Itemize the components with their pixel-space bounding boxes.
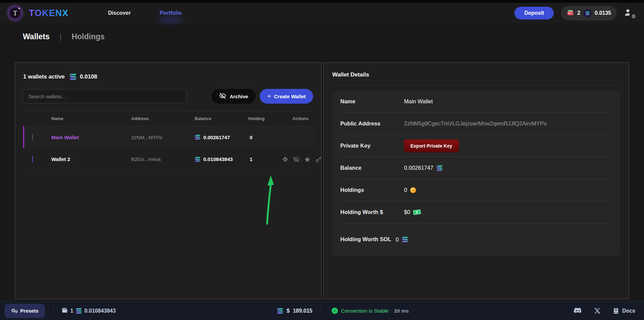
active-wallets-text: 1 wallets active bbox=[23, 73, 65, 80]
row-actions bbox=[282, 156, 327, 163]
discord-icon[interactable] bbox=[574, 308, 582, 314]
holdings-label: Holdings bbox=[340, 186, 404, 195]
docs-label: Docs bbox=[622, 308, 635, 314]
table-row-wallet-2[interactable]: Wallet 2 B2Go...m4va 0.010843843 1 bbox=[23, 148, 313, 170]
col-address: Address bbox=[131, 116, 195, 121]
sol-icon bbox=[195, 135, 200, 140]
app-logo[interactable]: T bbox=[9, 7, 21, 19]
send-gem-icon[interactable] bbox=[282, 156, 289, 163]
balance-label: Balance bbox=[340, 164, 404, 172]
col-actions: Actions bbox=[282, 116, 313, 121]
sol-price: $ 189.015 bbox=[277, 308, 312, 314]
sol-icon bbox=[436, 165, 443, 171]
dollar-bill-icon bbox=[413, 209, 421, 215]
sol-icon bbox=[402, 237, 408, 242]
logo-letter: T bbox=[13, 9, 17, 17]
top-nav: T TOKENX Discover Portfolio Deposit 2 0.… bbox=[0, 3, 644, 23]
holdings-value: 0 bbox=[404, 187, 407, 193]
connection-status: ✓ Connection is Stable 20 ms bbox=[332, 308, 409, 314]
x-twitter-icon[interactable] bbox=[594, 308, 601, 314]
sol-icon bbox=[277, 308, 283, 314]
divider bbox=[321, 307, 321, 315]
balance-value: 0.00261747 bbox=[404, 165, 433, 171]
top-strip bbox=[0, 0, 644, 3]
archive-button[interactable]: Archive bbox=[211, 89, 256, 104]
account-settings-icon[interactable]: ⚙ bbox=[624, 8, 635, 18]
holding-worth-sol-value: 0 bbox=[396, 236, 399, 243]
wallet-name: Wallet 2 bbox=[51, 156, 131, 162]
wallet-details-panel: Wallet Details Name Main Wallet Public A… bbox=[323, 62, 629, 299]
statusbar-wallet-count: 1 bbox=[70, 308, 73, 314]
tab-holdings[interactable]: Holdings bbox=[71, 32, 104, 41]
hide-eye-off-icon[interactable] bbox=[293, 156, 300, 163]
detail-row-holding-worth-sol: Holding Worth SOL 0 bbox=[340, 223, 612, 256]
social-links: Docs bbox=[574, 308, 635, 314]
archive-label: Archive bbox=[230, 94, 248, 99]
table-row-main-wallet[interactable]: Main Wallet 2zNM...MYPo 0.00261747 0 bbox=[23, 126, 313, 148]
sol-icon bbox=[195, 157, 200, 162]
connection-status-text: Connection is Stable bbox=[341, 308, 389, 314]
public-address-value: 2zNM5g9CgecTmVLGJejzswrMnw2qemRJJfQ2Airv… bbox=[404, 120, 547, 127]
wallet-table-header: Name Address Balance Holding Actions bbox=[23, 111, 313, 126]
sol-badge-icon bbox=[583, 9, 592, 17]
plus-icon: + bbox=[267, 93, 271, 100]
statusbar-wallet-summary: 1 0.010843843 bbox=[61, 307, 116, 315]
row-checkbox[interactable] bbox=[32, 156, 33, 162]
search-input[interactable] bbox=[23, 89, 187, 103]
docs-link[interactable]: Docs bbox=[613, 308, 635, 314]
price-value: 189.015 bbox=[293, 308, 312, 314]
nav-tab-portfolio[interactable]: Portfolio bbox=[160, 10, 182, 16]
col-balance: Balance bbox=[195, 116, 248, 121]
active-wallets-balance: 0.0108 bbox=[80, 73, 97, 80]
presets-button[interactable]: ⚙⚙ Presets bbox=[5, 304, 45, 318]
coin-icon: ★ bbox=[410, 187, 416, 193]
nav-wallet-count: 2 bbox=[577, 10, 580, 16]
deposit-button[interactable]: Deposit bbox=[514, 7, 554, 19]
favorite-star-icon[interactable] bbox=[304, 156, 311, 163]
brand-title: TOKENX bbox=[29, 8, 68, 18]
check-circle-icon: ✓ bbox=[332, 308, 338, 314]
divider bbox=[332, 85, 620, 85]
gears-icon: ⚙⚙ bbox=[11, 308, 17, 314]
detail-row-private-key: Private Key Export Private Key bbox=[340, 135, 612, 157]
wallet-name: Main Wallet bbox=[51, 135, 131, 140]
col-name: Name bbox=[51, 116, 131, 121]
row-checkbox[interactable] bbox=[32, 134, 33, 141]
active-wallets-summary: 1 wallets active 0.0108 bbox=[23, 73, 313, 80]
wallet-balance: 0.010843843 bbox=[203, 156, 233, 162]
nav-tab-discover[interactable]: Discover bbox=[108, 10, 131, 16]
col-holding: Holding bbox=[248, 116, 282, 121]
detail-row-balance: Balance 0.00261747 bbox=[340, 157, 612, 179]
holding-worth-usd-label: Holding Worth $ bbox=[340, 208, 404, 217]
sol-icon bbox=[69, 74, 77, 80]
eye-off-icon bbox=[219, 92, 226, 100]
detail-row-name: Name Main Wallet bbox=[340, 91, 612, 113]
create-wallet-button[interactable]: + Create Wallet bbox=[260, 89, 313, 104]
holding-worth-sol-label: Holding Worth SOL bbox=[340, 235, 396, 244]
statusbar-wallet-balance: 0.010843843 bbox=[84, 308, 115, 314]
tab-wallets[interactable]: Wallets bbox=[23, 32, 50, 41]
price-prefix: $ bbox=[287, 308, 290, 314]
name-label: Name bbox=[340, 97, 404, 106]
tab-separator: | bbox=[60, 33, 62, 41]
page-tabs: Wallets | Holdings bbox=[0, 23, 644, 41]
name-value: Main Wallet bbox=[404, 98, 433, 105]
annotation-arrow bbox=[263, 173, 277, 227]
detail-row-holding-worth-usd: Holding Worth $ $0 bbox=[340, 201, 612, 223]
wallet-balance: 0.00261747 bbox=[203, 135, 230, 140]
wallet-balance-badge[interactable]: 2 0.0135 bbox=[561, 6, 616, 20]
export-key-icon[interactable] bbox=[315, 156, 322, 163]
sol-icon bbox=[76, 308, 82, 314]
public-address-label: Public Address bbox=[340, 119, 404, 128]
create-wallet-label: Create Wallet bbox=[274, 94, 306, 99]
detail-row-holdings: Holdings 0 ★ bbox=[340, 179, 612, 201]
nav-wallet-balance: 0.0135 bbox=[595, 10, 611, 16]
wallet-details-title: Wallet Details bbox=[332, 71, 620, 78]
wallet-emoji-icon bbox=[566, 9, 574, 18]
divider bbox=[53, 307, 53, 315]
export-private-key-button[interactable]: Export Private Key bbox=[404, 140, 459, 152]
latency-value: 20 ms bbox=[394, 308, 409, 314]
status-bar: ⚙⚙ Presets 1 0.010843843 $ 189.015 ✓ Con… bbox=[0, 301, 644, 320]
wallet-icon bbox=[61, 307, 68, 315]
private-key-label: Private Key bbox=[340, 142, 404, 150]
